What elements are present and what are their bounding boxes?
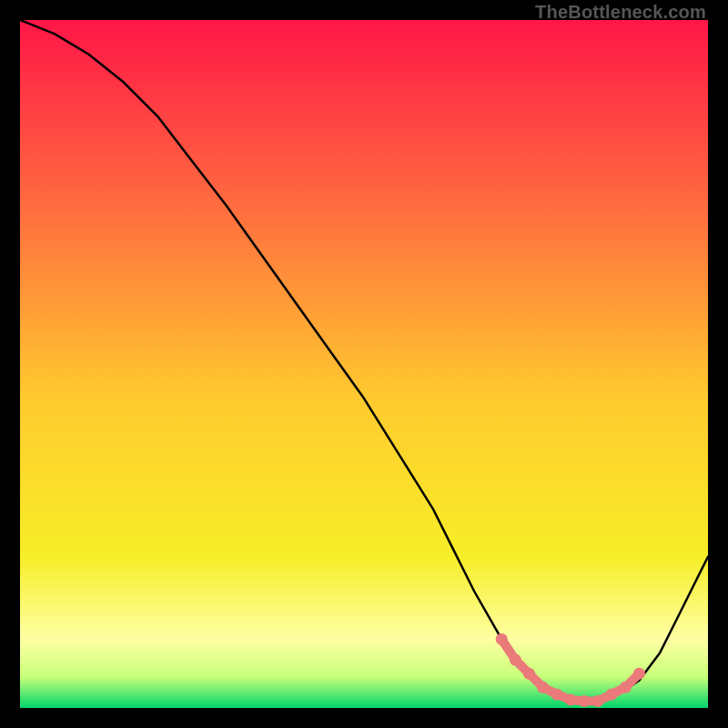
optimal-dot — [510, 654, 521, 666]
chart-frame — [20, 20, 708, 708]
optimal-dot — [537, 682, 549, 693]
optimal-dot — [606, 688, 618, 700]
optimal-dot — [523, 668, 535, 680]
optimal-dot — [578, 695, 590, 707]
optimal-dot — [633, 668, 645, 680]
gradient-background — [20, 20, 708, 708]
optimal-dot — [592, 695, 604, 707]
optimal-dot — [551, 688, 562, 700]
optimal-dot — [620, 682, 632, 693]
optimal-dot — [496, 633, 508, 645]
optimal-dot — [564, 693, 576, 705]
bottleneck-chart — [20, 20, 708, 708]
watermark-text: TheBottleneck.com — [535, 2, 706, 23]
